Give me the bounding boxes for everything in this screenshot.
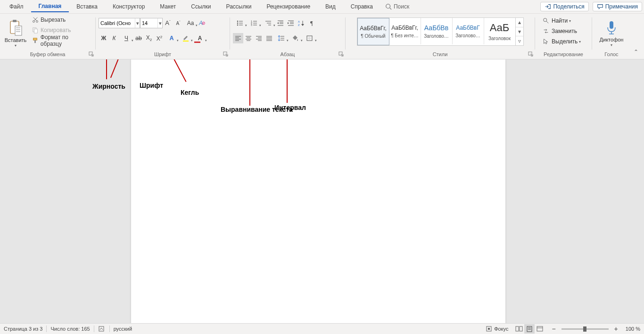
group-paragraph-label: Абзац <box>233 50 342 59</box>
status-bar: Страница 3 из 3 Число слов: 165 русский … <box>0 323 644 334</box>
svg-line-71 <box>546 21 548 23</box>
document-page[interactable] <box>131 59 505 324</box>
menu-file[interactable]: Файл <box>2 1 31 12</box>
font-name-dropdown[interactable]: ▾ <box>135 18 140 28</box>
search-button[interactable]: Поиск <box>380 3 414 10</box>
strikethrough-button[interactable]: ab <box>133 33 144 43</box>
bold-button[interactable]: Ж <box>99 33 109 43</box>
decrease-indent-button[interactable] <box>275 18 286 28</box>
status-language[interactable]: русский <box>114 326 132 332</box>
styles-scroll-up[interactable]: ▴ <box>516 18 523 27</box>
find-button[interactable]: Найти▾ <box>541 16 583 26</box>
paste-button[interactable]: Вставить ▾ <box>3 15 28 50</box>
increase-indent-button[interactable] <box>286 18 296 28</box>
style-no-spacing[interactable]: АаБбВвГг,¶ Без инте… <box>389 18 421 44</box>
menu-layout[interactable]: Макет <box>152 1 183 12</box>
zoom-slider[interactable] <box>561 328 609 330</box>
styles-gallery: АаБбВвГг,¶ Обычный АаБбВвГг,¶ Без инте… … <box>357 17 524 46</box>
status-words[interactable]: Число слов: 165 <box>50 326 90 332</box>
group-voice: Диктофон ▾ Голос <box>592 14 631 59</box>
style-title[interactable]: АаБЗаголовок <box>484 18 515 44</box>
svg-rect-77 <box>488 328 490 330</box>
replace-button[interactable]: Заменить <box>541 26 583 36</box>
zoom-out-button[interactable]: − <box>550 325 557 333</box>
align-right-icon <box>255 35 263 42</box>
menu-help[interactable]: Справка <box>343 1 380 12</box>
shrink-font-button[interactable]: Aˇ <box>173 18 183 28</box>
style-heading1[interactable]: АаБбВвЗаголово… <box>421 18 453 44</box>
menu-design[interactable]: Конструктор <box>105 1 152 12</box>
view-print-button[interactable] <box>524 324 535 334</box>
font-size-combo[interactable]: ▾ <box>140 18 163 28</box>
subscript-button[interactable]: X2 <box>144 33 154 43</box>
clear-formatting-button[interactable]: A⊘ <box>198 18 208 28</box>
group-styles-label: Стили <box>348 50 532 59</box>
grow-font-button[interactable]: Aˆ <box>163 18 173 28</box>
menu-review[interactable]: Рецензирование <box>259 1 318 12</box>
comments-button[interactable]: Примечания <box>593 2 642 11</box>
comments-label: Примечания <box>605 3 638 10</box>
styles-scroll-down[interactable]: ▾ <box>516 27 523 37</box>
svg-rect-15 <box>34 40 36 43</box>
collapse-ribbon-button[interactable]: ⌃ <box>631 47 641 57</box>
line-spacing-button[interactable]: ▾ <box>274 33 289 43</box>
arrow-align <box>249 59 250 106</box>
paragraph-launcher[interactable] <box>339 51 344 57</box>
view-read-button[interactable] <box>514 324 524 334</box>
font-launcher[interactable] <box>223 51 229 57</box>
show-marks-button[interactable]: ¶ <box>306 18 317 28</box>
shading-button[interactable]: ▾ <box>289 33 303 43</box>
spellcheck-icon[interactable] <box>98 326 106 332</box>
svg-rect-78 <box>516 326 519 331</box>
format-painter-button[interactable]: Формат по образцу <box>30 35 92 46</box>
align-left-button[interactable] <box>233 33 243 43</box>
annotation-font: Шрифт <box>140 82 163 89</box>
styles-expand[interactable]: ▿ <box>516 36 523 45</box>
font-name-input[interactable] <box>99 20 135 26</box>
multilevel-button[interactable]: ▾ <box>261 18 275 28</box>
zoom-level[interactable]: 100 % <box>626 326 640 332</box>
underline-button[interactable]: Ч▾ <box>119 33 133 43</box>
borders-button[interactable]: ▾ <box>303 33 317 43</box>
numbering-button[interactable]: 123▾ <box>247 18 261 28</box>
annotation-size: Кегль <box>181 89 199 96</box>
sort-button[interactable]: AZ <box>296 18 306 28</box>
highlight-icon <box>182 34 190 42</box>
zoom-in-button[interactable]: + <box>612 325 620 333</box>
style-normal[interactable]: АаБбВвГг,¶ Обычный <box>357 18 389 45</box>
font-size-input[interactable] <box>140 20 157 26</box>
justify-button[interactable] <box>264 33 274 43</box>
menu-references[interactable]: Ссылки <box>183 1 218 12</box>
replace-label: Заменить <box>552 28 577 34</box>
align-right-button[interactable] <box>254 33 264 43</box>
font-color-button[interactable]: A▾ <box>193 33 207 43</box>
menu-view[interactable]: Вид <box>318 1 343 12</box>
view-web-button[interactable] <box>535 324 545 334</box>
highlight-button[interactable]: ▾ <box>179 33 193 43</box>
select-button[interactable]: Выделить▾ <box>541 36 583 47</box>
dictate-button[interactable]: Диктофон ▾ <box>598 15 626 50</box>
clipboard-launcher[interactable] <box>89 51 94 57</box>
italic-button[interactable]: К <box>109 33 119 43</box>
style-heading2[interactable]: АаБбВвГЗаголово… <box>453 18 484 44</box>
font-name-combo[interactable]: ▾ <box>99 18 140 28</box>
cut-button[interactable]: Вырезать <box>30 15 92 25</box>
status-page[interactable]: Страница 3 из 3 <box>4 326 42 332</box>
text-effects-button[interactable]: A▾ <box>165 33 179 43</box>
align-center-button[interactable] <box>243 33 254 43</box>
menu-bar: Файл Главная Вставка Конструктор Макет С… <box>0 0 644 14</box>
menu-insert[interactable]: Вставка <box>69 1 105 12</box>
annotation-bold: Жирность <box>92 83 125 90</box>
menu-home[interactable]: Главная <box>31 1 69 12</box>
superscript-button[interactable]: X2 <box>154 33 165 43</box>
focus-mode-button[interactable]: Фокус <box>494 326 508 332</box>
font-size-dropdown[interactable]: ▾ <box>157 18 162 28</box>
change-case-button[interactable]: Aa▾ <box>183 18 198 28</box>
zoom-thumb[interactable] <box>583 326 586 332</box>
copy-label: Копировать <box>41 27 71 33</box>
bullets-button[interactable]: ▾ <box>233 18 247 28</box>
share-button[interactable]: Поделиться <box>540 2 588 11</box>
document-canvas: Жирность Шрифт Кегль Выравнивание текста… <box>0 59 644 324</box>
styles-launcher[interactable] <box>528 51 534 57</box>
menu-mailings[interactable]: Рассылки <box>219 1 259 12</box>
